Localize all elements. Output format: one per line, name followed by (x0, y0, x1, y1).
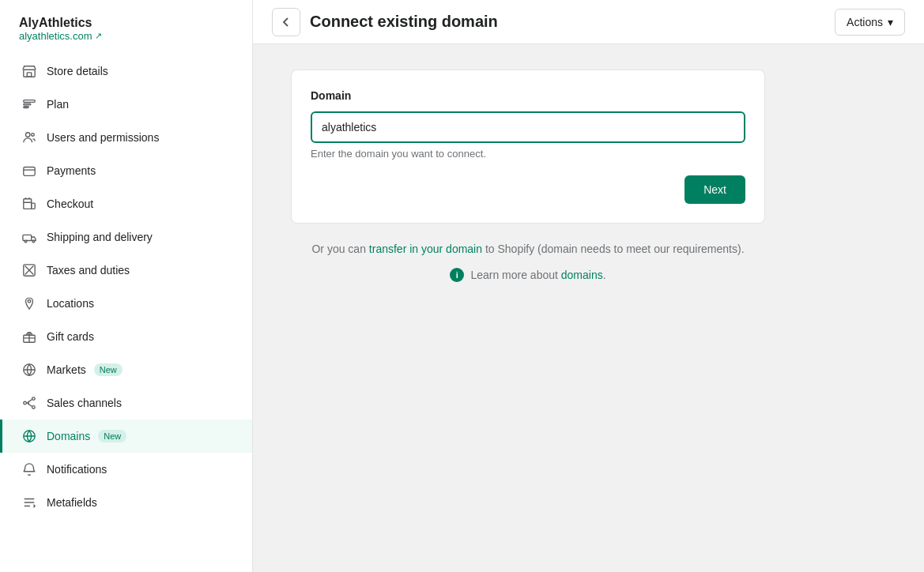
actions-button[interactable]: Actions ▾ (835, 9, 905, 36)
svg-rect-0 (24, 70, 35, 77)
sidebar-item-label-metafields: Metafields (47, 496, 97, 509)
back-button[interactable] (272, 8, 300, 36)
sidebar-item-users-permissions[interactable]: Users and permissions (0, 121, 252, 154)
svg-point-5 (26, 133, 30, 137)
sidebar-item-label-domains: Domains New (47, 430, 126, 442)
sidebar-item-label-markets: Markets New (47, 363, 123, 376)
sidebar-item-payments[interactable]: Payments (0, 154, 252, 187)
external-link-icon: ↗ (95, 31, 102, 41)
sidebar-item-locations[interactable]: Locations (0, 287, 252, 320)
sidebar-item-label-payments: Payments (47, 164, 96, 177)
gift-icon (21, 329, 37, 344)
page-title: Connect existing domain (310, 13, 498, 31)
sidebar-item-taxes[interactable]: Taxes and duties (0, 254, 252, 287)
checkout-icon (21, 196, 37, 212)
svg-point-17 (24, 401, 27, 405)
domain-input[interactable] (311, 111, 745, 143)
sidebar-item-sales-channels[interactable]: Sales channels (0, 386, 252, 420)
plan-icon (21, 96, 37, 112)
channels-icon (21, 395, 37, 411)
domain-card: Domain Enter the domain you want to conn… (291, 70, 765, 224)
sidebar-item-label-notifications: Notifications (47, 463, 107, 476)
svg-rect-9 (32, 203, 36, 209)
info-icon: i (450, 268, 464, 282)
sidebar-item-label-users: Users and permissions (47, 131, 159, 144)
topbar-left: Connect existing domain (272, 8, 498, 36)
domains-icon (21, 428, 37, 444)
shipping-icon (21, 229, 37, 245)
domains-badge: New (98, 430, 126, 442)
sidebar-header: AlyAthletics alyathletics.com ↗ (0, 0, 252, 48)
store-name: AlyAthletics (19, 16, 233, 30)
transfer-link[interactable]: transfer in your domain (369, 243, 482, 255)
taxes-icon (21, 262, 37, 278)
sidebar-item-label-shipping: Shipping and delivery (47, 231, 153, 243)
transfer-text: Or you can transfer in your domain to Sh… (291, 243, 765, 255)
next-button[interactable]: Next (685, 175, 745, 204)
svg-point-14 (28, 300, 31, 303)
sidebar-item-label-store-details: Store details (47, 65, 108, 77)
domain-card-title: Domain (311, 89, 745, 102)
sidebar-item-label-taxes: Taxes and duties (47, 264, 130, 277)
svg-rect-2 (24, 100, 35, 103)
sidebar-item-shipping[interactable]: Shipping and delivery (0, 220, 252, 254)
sidebar-item-metafields[interactable]: Metafields (0, 486, 252, 519)
markets-badge: New (94, 363, 123, 376)
svg-point-18 (32, 397, 36, 401)
sidebar-item-domains[interactable]: Domains New (0, 420, 252, 453)
topbar: Connect existing domain Actions ▾ (253, 0, 924, 44)
sidebar-item-gift-cards[interactable]: Gift cards (0, 320, 252, 353)
svg-rect-7 (24, 167, 35, 176)
sidebar-item-markets[interactable]: Markets New (0, 353, 252, 386)
chevron-down-icon: ▾ (888, 16, 893, 28)
svg-rect-3 (24, 103, 31, 105)
payments-icon (21, 163, 37, 179)
learn-more: i Learn more about domains. (291, 268, 765, 282)
store-icon (21, 63, 37, 79)
content-area: Domain Enter the domain you want to conn… (253, 44, 924, 572)
sidebar-item-label-locations: Locations (47, 297, 94, 310)
svg-rect-1 (27, 73, 31, 77)
sidebar-nav: Store details Plan Users and permissions… (0, 48, 252, 525)
svg-point-12 (32, 240, 35, 243)
store-link[interactable]: alyathletics.com ↗ (19, 30, 233, 42)
sidebar-item-store-details[interactable]: Store details (0, 55, 252, 88)
sidebar-item-label-sales-channels: Sales channels (47, 397, 122, 409)
sidebar-item-checkout[interactable]: Checkout (0, 187, 252, 220)
notifications-icon (21, 461, 37, 477)
svg-point-19 (32, 406, 36, 409)
sidebar-item-notifications[interactable]: Notifications (0, 453, 252, 486)
svg-rect-8 (24, 199, 32, 209)
markets-icon (21, 362, 37, 378)
svg-point-11 (25, 240, 27, 243)
domain-hint: Enter the domain you want to connect. (311, 148, 745, 160)
sidebar-item-plan[interactable]: Plan (0, 88, 252, 121)
locations-icon (21, 295, 37, 311)
metafields-icon (21, 495, 37, 510)
users-icon (21, 130, 37, 145)
sidebar-item-label-checkout: Checkout (47, 198, 93, 210)
sidebar-item-label-gift-cards: Gift cards (47, 330, 94, 343)
svg-rect-10 (23, 235, 32, 240)
domains-learn-more-link[interactable]: domains (561, 269, 603, 281)
svg-rect-4 (24, 107, 28, 108)
sidebar: AlyAthletics alyathletics.com ↗ Store de… (0, 0, 253, 572)
main-content: Connect existing domain Actions ▾ Domain… (253, 0, 924, 572)
sidebar-item-label-plan: Plan (47, 98, 69, 111)
svg-point-6 (32, 134, 35, 137)
